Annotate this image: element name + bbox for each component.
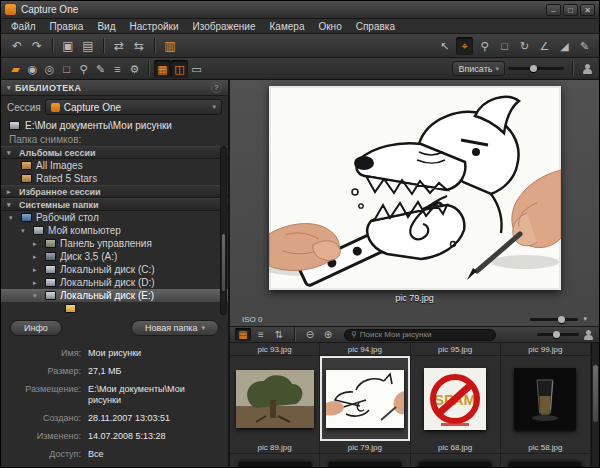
sync-forward-icon[interactable]: ⇆ xyxy=(129,37,149,55)
viewer-zoom-slider[interactable] xyxy=(508,67,564,70)
thumb-label: pic 58.jpg xyxy=(501,441,591,453)
section-header-albums[interactable]: ▾ Альбомы сессии xyxy=(1,146,228,159)
title-bar[interactable]: Capture One – □ ✕ xyxy=(1,1,599,18)
sidebar-scrollbar[interactable] xyxy=(220,146,227,315)
zoom-fit-dropdown[interactable]: Вписать ▾ xyxy=(452,61,505,76)
chevron-down-icon[interactable]: ▾ xyxy=(583,315,587,323)
session-select[interactable]: Capture One ▾ xyxy=(45,99,222,115)
thumbnail-pic-89[interactable] xyxy=(230,356,320,441)
cursor-tool-icon[interactable]: ↖ xyxy=(436,37,453,55)
undo-icon[interactable]: ↶ xyxy=(7,37,27,55)
browser-only-toggle-icon[interactable]: ▭ xyxy=(188,60,205,78)
chevron-down-icon: ▾ xyxy=(7,149,15,157)
info-button[interactable]: Инфо xyxy=(10,320,62,336)
copy-settings-icon[interactable]: ▣ xyxy=(58,37,78,55)
tree-item-disk-d[interactable]: ▸ Локальный диск (D:) xyxy=(1,276,228,289)
thumbnail-pic-68[interactable]: SPAM xyxy=(411,356,501,441)
thumbnail-partial[interactable] xyxy=(501,454,591,467)
section-header-favorites[interactable]: ▸ Избранное сессии xyxy=(1,185,228,198)
metadata-list-icon[interactable]: ≡ xyxy=(109,60,126,78)
zoom-in-icon[interactable]: ⊕ xyxy=(320,328,336,341)
session-path-text: E:\Мои документы\Мои рисунки xyxy=(25,120,172,131)
thumbnail-partial[interactable] xyxy=(320,454,410,467)
tree-item-my-computer[interactable]: ▾ Мой компьютер xyxy=(1,224,228,237)
album-icon xyxy=(21,161,32,170)
viewer-browser-toggle-icon[interactable]: ◫ xyxy=(171,60,188,78)
preview-zoom-slider[interactable] xyxy=(530,318,578,321)
thumbnail-pic-79-selected[interactable] xyxy=(320,356,410,441)
toolbar-separator xyxy=(294,327,295,342)
search-icon: ⚲ xyxy=(351,330,357,340)
list-view-icon[interactable]: ≡ xyxy=(253,328,269,341)
user-avatar-icon[interactable] xyxy=(581,63,593,75)
info-row-created: Создано: 28.11.2007 13:03:51 xyxy=(5,413,220,424)
sort-icon[interactable]: ⇅ xyxy=(271,328,287,341)
new-folder-button[interactable]: Новая папка ▾ xyxy=(131,320,219,336)
loupe-tool-icon[interactable]: ⚲ xyxy=(476,37,493,55)
thumb-size-slider[interactable] xyxy=(537,333,579,336)
control-panel-icon xyxy=(45,239,56,248)
maximize-button[interactable]: □ xyxy=(563,4,578,16)
menu-help[interactable]: Справка xyxy=(349,20,402,33)
crop-tool-icon[interactable]: □ xyxy=(496,37,513,55)
album-item-rated-5-stars[interactable]: Rated 5 Stars xyxy=(1,172,228,185)
sidebar-scrollbar-thumb[interactable] xyxy=(222,234,225,291)
browser-scrollbar[interactable] xyxy=(591,343,599,467)
viewer: pic 79.jpg ISO 0 ▾ xyxy=(230,80,599,326)
library-panel-header[interactable]: ▾ БИБЛИОТЕКА ? xyxy=(1,80,228,96)
rotate-tool-icon[interactable]: ↻ xyxy=(516,37,533,55)
tree-item-subfolder[interactable] xyxy=(1,302,228,315)
collapse-panel-icon[interactable]: ▾ xyxy=(7,84,11,92)
user-avatar-icon[interactable] xyxy=(582,329,594,341)
annotate-tool-icon[interactable]: ✎ xyxy=(576,37,593,55)
multi-view-toggle-icon[interactable]: ▦ xyxy=(154,60,171,78)
thumb-label-row: pic 93.jpg pic 94.jpg pic 95.jpg pic 99.… xyxy=(230,343,591,356)
white-balance-picker-icon[interactable]: ◢ xyxy=(556,37,573,55)
sync-back-icon[interactable]: ⇄ xyxy=(109,37,129,55)
capture-one-window: Capture One – □ ✕ Файл Правка Вид Настро… xyxy=(0,0,600,468)
thumbnail-partial[interactable] xyxy=(411,454,501,467)
crop-panel-icon[interactable]: □ xyxy=(58,60,75,78)
menu-view[interactable]: Вид xyxy=(90,20,122,33)
straighten-tool-icon[interactable]: ∠ xyxy=(536,37,553,55)
zoom-out-icon[interactable]: ⊖ xyxy=(302,328,318,341)
adjustments-icon[interactable]: ✎ xyxy=(92,60,109,78)
copy-stack-icon[interactable]: ▥ xyxy=(160,37,180,55)
menu-camera[interactable]: Камера xyxy=(263,20,312,33)
tree-item-disk-c[interactable]: ▸ Локальный диск (C:) xyxy=(1,263,228,276)
focus-loupe-icon[interactable]: ⚲ xyxy=(75,60,92,78)
menu-window[interactable]: Окно xyxy=(311,20,348,33)
minimize-button[interactable]: – xyxy=(546,4,561,16)
album-item-all-images[interactable]: All Images xyxy=(1,159,228,172)
tree-item-disk-e-selected[interactable]: ▾ Локальный диск (E:) xyxy=(1,289,228,302)
capture-icon[interactable]: ◉ xyxy=(24,60,41,78)
grid-view-icon[interactable]: ▦ xyxy=(235,328,251,341)
help-icon[interactable]: ? xyxy=(211,82,222,93)
menu-settings[interactable]: Настройки xyxy=(122,20,185,33)
menu-bar: Файл Правка Вид Настройки Изображение Ка… xyxy=(1,18,599,34)
search-input[interactable] xyxy=(360,330,489,339)
pan-tool-icon[interactable]: ⌖ xyxy=(456,37,473,55)
apply-settings-icon[interactable]: ▤ xyxy=(78,37,98,55)
tree-item-floppy-a[interactable]: ▸ Диск 3,5 (A:) xyxy=(1,250,228,263)
close-button[interactable]: ✕ xyxy=(580,4,595,16)
spam-sign-thumb: SPAM xyxy=(424,368,486,430)
tree-item-control-panel[interactable]: ▸ Панель управления xyxy=(1,237,228,250)
session-path-item[interactable]: E:\Мои документы\Мои рисунки xyxy=(1,118,228,133)
thumbnail-partial[interactable] xyxy=(230,454,320,467)
viewer-image[interactable] xyxy=(269,86,561,290)
menu-file[interactable]: Файл xyxy=(4,20,43,33)
thumbnail-pic-58[interactable] xyxy=(501,356,591,441)
tree-item-desktop[interactable]: ▾ Рабочий стол xyxy=(1,211,228,224)
library-tree: ▾ Альбомы сессии All Images Rated 5 Star… xyxy=(1,146,228,315)
settings-gear-icon[interactable]: ⚙ xyxy=(126,60,143,78)
library-icon[interactable]: ▰ xyxy=(7,60,24,78)
menu-image[interactable]: Изображение xyxy=(186,20,263,33)
menu-edit[interactable]: Правка xyxy=(43,20,91,33)
section-header-system-folders[interactable]: ▾ Системные папки xyxy=(1,198,228,211)
browser-scrollbar-thumb[interactable] xyxy=(593,365,598,422)
lens-icon[interactable]: ◎ xyxy=(41,60,58,78)
browser-search[interactable]: ⚲ xyxy=(344,329,496,341)
thumb-label: pic 68.jpg xyxy=(411,441,501,453)
redo-icon[interactable]: ↷ xyxy=(27,37,47,55)
